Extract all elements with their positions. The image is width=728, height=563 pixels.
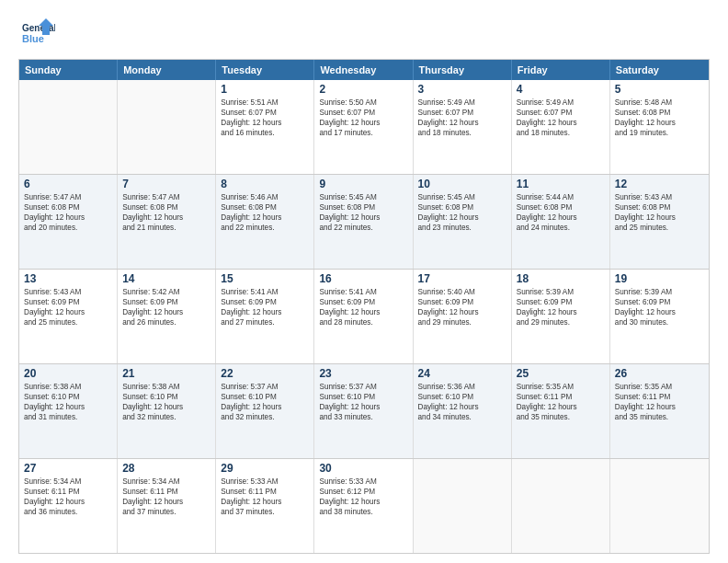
calendar-cell-5-6 bbox=[512, 459, 610, 553]
cell-text: Sunrise: 5:37 AM bbox=[221, 382, 309, 392]
day-header-tuesday: Tuesday bbox=[216, 60, 314, 80]
cell-text: Sunrise: 5:45 AM bbox=[418, 192, 506, 202]
cell-text: Sunrise: 5:44 AM bbox=[517, 192, 605, 202]
cell-text: Daylight: 12 hours bbox=[24, 307, 112, 317]
day-number: 13 bbox=[24, 272, 112, 285]
cell-text: Daylight: 12 hours bbox=[24, 497, 112, 507]
cell-text: and 20 minutes. bbox=[24, 223, 112, 233]
cell-text: Sunset: 6:10 PM bbox=[418, 392, 506, 402]
calendar-cell-1-4: 2Sunrise: 5:50 AMSunset: 6:07 PMDaylight… bbox=[314, 80, 413, 174]
cell-text: Sunset: 6:08 PM bbox=[418, 202, 506, 213]
cell-text: Sunrise: 5:35 AM bbox=[517, 382, 605, 392]
cell-text: Daylight: 12 hours bbox=[615, 307, 704, 317]
calendar-cell-5-3: 29Sunrise: 5:33 AMSunset: 6:11 PMDayligh… bbox=[216, 459, 314, 553]
calendar: SundayMondayTuesdayWednesdayThursdayFrid… bbox=[18, 59, 710, 554]
cell-text: Daylight: 12 hours bbox=[615, 213, 704, 223]
cell-text: Sunrise: 5:47 AM bbox=[24, 192, 112, 202]
cell-text: and 24 minutes. bbox=[517, 223, 605, 233]
calendar-cell-4-5: 24Sunrise: 5:36 AMSunset: 6:10 PMDayligh… bbox=[414, 364, 512, 458]
day-number: 16 bbox=[319, 272, 407, 285]
day-header-wednesday: Wednesday bbox=[314, 60, 413, 80]
cell-text: Sunset: 6:07 PM bbox=[418, 108, 506, 118]
day-header-sunday: Sunday bbox=[19, 60, 118, 80]
cell-text: Sunset: 6:09 PM bbox=[418, 297, 506, 307]
calendar-cell-2-7: 12Sunrise: 5:43 AMSunset: 6:08 PMDayligh… bbox=[610, 175, 709, 269]
day-number: 15 bbox=[221, 272, 309, 285]
day-number: 17 bbox=[418, 272, 506, 285]
calendar-cell-5-7 bbox=[610, 459, 709, 553]
day-number: 5 bbox=[615, 83, 704, 96]
cell-text: Sunrise: 5:48 AM bbox=[615, 98, 704, 108]
cell-text: Daylight: 12 hours bbox=[221, 497, 309, 507]
cell-text: Sunset: 6:09 PM bbox=[122, 297, 210, 307]
calendar-cell-5-5 bbox=[414, 459, 512, 553]
logo: General Blue bbox=[18, 15, 55, 52]
cell-text: and 38 minutes. bbox=[319, 507, 407, 517]
cell-text: Sunset: 6:08 PM bbox=[517, 202, 605, 213]
calendar-cell-5-1: 27Sunrise: 5:34 AMSunset: 6:11 PMDayligh… bbox=[19, 459, 118, 553]
cell-text: and 31 minutes. bbox=[24, 412, 112, 422]
day-number: 8 bbox=[221, 178, 309, 190]
cell-text: Sunset: 6:09 PM bbox=[24, 297, 112, 307]
cell-text: Sunrise: 5:37 AM bbox=[319, 382, 407, 392]
day-number: 4 bbox=[517, 83, 605, 96]
cell-text: and 29 minutes. bbox=[418, 317, 506, 327]
day-number: 12 bbox=[615, 178, 704, 190]
cell-text: Sunset: 6:10 PM bbox=[122, 392, 210, 402]
day-number: 7 bbox=[122, 178, 210, 190]
cell-text: and 37 minutes. bbox=[221, 507, 309, 517]
day-number: 18 bbox=[517, 272, 605, 285]
calendar-cell-4-4: 23Sunrise: 5:37 AMSunset: 6:10 PMDayligh… bbox=[314, 364, 413, 458]
cell-text: Sunrise: 5:51 AM bbox=[221, 98, 309, 108]
cell-text: Sunrise: 5:38 AM bbox=[24, 382, 112, 392]
cell-text: Sunrise: 5:50 AM bbox=[319, 98, 407, 108]
calendar-cell-1-3: 1Sunrise: 5:51 AMSunset: 6:07 PMDaylight… bbox=[216, 80, 314, 174]
cell-text: Daylight: 12 hours bbox=[319, 497, 407, 507]
cell-text: Sunset: 6:07 PM bbox=[319, 108, 407, 118]
day-number: 3 bbox=[418, 83, 506, 96]
calendar-cell-2-2: 7Sunrise: 5:47 AMSunset: 6:08 PMDaylight… bbox=[118, 175, 216, 269]
day-number: 24 bbox=[418, 367, 506, 380]
cell-text: and 33 minutes. bbox=[319, 412, 407, 422]
cell-text: and 35 minutes. bbox=[615, 412, 704, 422]
cell-text: Sunset: 6:11 PM bbox=[122, 487, 210, 497]
day-number: 19 bbox=[615, 272, 704, 285]
cell-text: Sunrise: 5:39 AM bbox=[615, 287, 704, 297]
cell-text: Daylight: 12 hours bbox=[24, 402, 112, 412]
cell-text: Daylight: 12 hours bbox=[418, 307, 506, 317]
cell-text: and 21 minutes. bbox=[122, 223, 210, 233]
cell-text: Sunrise: 5:46 AM bbox=[221, 192, 309, 202]
cell-text: Daylight: 12 hours bbox=[221, 213, 309, 223]
cell-text: Sunset: 6:10 PM bbox=[221, 392, 309, 402]
calendar-cell-3-4: 16Sunrise: 5:41 AMSunset: 6:09 PMDayligh… bbox=[314, 270, 413, 363]
cell-text: and 22 minutes. bbox=[319, 223, 407, 233]
cell-text: and 17 minutes. bbox=[319, 128, 407, 138]
cell-text: Daylight: 12 hours bbox=[122, 307, 210, 317]
cell-text: and 27 minutes. bbox=[221, 317, 309, 327]
cell-text: and 37 minutes. bbox=[122, 507, 210, 517]
day-header-thursday: Thursday bbox=[414, 60, 512, 80]
cell-text: Sunrise: 5:39 AM bbox=[517, 287, 605, 297]
cell-text: Daylight: 12 hours bbox=[418, 402, 506, 412]
day-number: 27 bbox=[24, 462, 112, 475]
cell-text: Sunset: 6:09 PM bbox=[221, 297, 309, 307]
cell-text: Sunrise: 5:49 AM bbox=[418, 98, 506, 108]
cell-text: Daylight: 12 hours bbox=[221, 118, 309, 128]
cell-text: Daylight: 12 hours bbox=[221, 402, 309, 412]
calendar-cell-3-1: 13Sunrise: 5:43 AMSunset: 6:09 PMDayligh… bbox=[19, 270, 118, 363]
cell-text: Daylight: 12 hours bbox=[122, 497, 210, 507]
cell-text: Sunset: 6:07 PM bbox=[517, 108, 605, 118]
calendar-week-2: 6Sunrise: 5:47 AMSunset: 6:08 PMDaylight… bbox=[19, 175, 709, 270]
cell-text: Daylight: 12 hours bbox=[221, 307, 309, 317]
cell-text: Sunrise: 5:33 AM bbox=[221, 477, 309, 487]
cell-text: and 34 minutes. bbox=[418, 412, 506, 422]
cell-text: and 35 minutes. bbox=[517, 412, 605, 422]
cell-text: and 36 minutes. bbox=[24, 507, 112, 517]
cell-text: and 25 minutes. bbox=[615, 223, 704, 233]
cell-text: Sunrise: 5:41 AM bbox=[319, 287, 407, 297]
cell-text: Sunrise: 5:42 AM bbox=[122, 287, 210, 297]
calendar-week-4: 20Sunrise: 5:38 AMSunset: 6:10 PMDayligh… bbox=[19, 364, 709, 459]
cell-text: and 18 minutes. bbox=[418, 128, 506, 138]
cell-text: Sunset: 6:08 PM bbox=[615, 202, 704, 213]
cell-text: and 23 minutes. bbox=[418, 223, 506, 233]
